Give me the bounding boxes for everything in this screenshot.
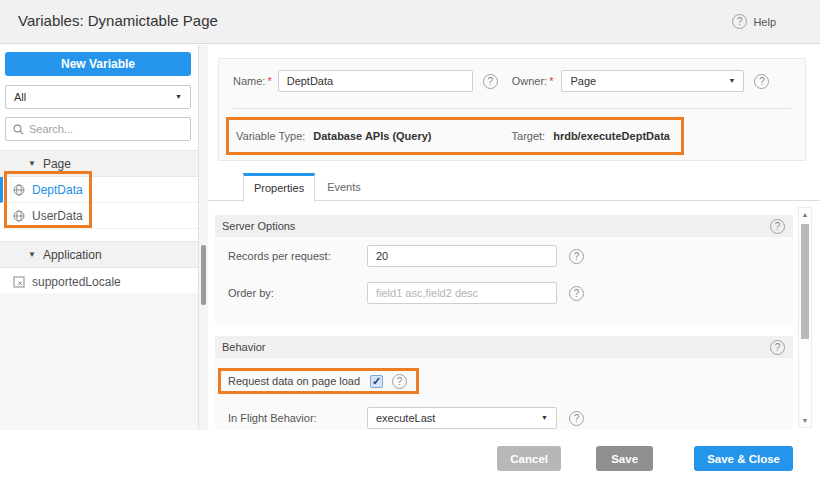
variable-detail-panel: Name: * ? Owner: * Page ▼ ? Variable Typ… <box>208 45 820 430</box>
owner-selected-value: Page <box>570 75 596 87</box>
caret-down-icon: ▼ <box>28 250 36 259</box>
variables-tree: ▼ Page DeptData UserData ▼ Application <box>0 150 198 296</box>
owner-help-icon[interactable]: ? <box>754 74 769 89</box>
server-options-section: Server Options ? Records per request: ? … <box>215 215 793 325</box>
variable-type-value: Database APIs (Query) <box>313 130 431 142</box>
properties-tab-content: Server Options ? Records per request: ? … <box>215 202 793 430</box>
in-flight-help-icon[interactable]: ? <box>569 411 584 426</box>
tree-item-label: supportedLocale <box>32 275 121 289</box>
name-help-icon[interactable]: ? <box>483 74 498 89</box>
target-label: Target: <box>512 130 546 142</box>
order-by-field[interactable] <box>367 282 557 304</box>
sidebar-empty-area <box>0 293 198 430</box>
request-on-page-load-checkbox[interactable]: ✓ <box>370 375 383 388</box>
variable-summary-card: Name: * ? Owner: * Page ▼ ? Variable Typ… <box>218 58 806 161</box>
dialog-footer: Cancel Save Save & Close <box>0 430 820 488</box>
search-icon <box>13 124 24 135</box>
divider <box>233 108 791 109</box>
tab-properties[interactable]: Properties <box>243 173 315 202</box>
help-button[interactable]: ? Help <box>732 14 776 29</box>
save-button[interactable]: Save <box>596 446 653 471</box>
tree-spacer <box>0 229 198 241</box>
scroll-down-icon[interactable]: ▼ <box>799 417 811 424</box>
help-icon: ? <box>732 14 747 29</box>
service-variable-icon <box>13 210 25 222</box>
content-scrollbar[interactable]: ▲ ▼ <box>798 207 812 428</box>
behavior-section: Behavior ? Request data on page load ✓ ?… <box>215 336 793 436</box>
in-flight-selected-value: executeLast <box>376 412 435 424</box>
cancel-button[interactable]: Cancel <box>497 446 561 471</box>
page-title: Variables: Dynamictable Page <box>18 12 218 29</box>
variable-filter-select[interactable]: All ▼ <box>5 85 191 109</box>
owner-select[interactable]: Page ▼ <box>561 70 744 92</box>
sidebar-item-userdata[interactable]: UserData <box>0 203 198 229</box>
tree-group-page[interactable]: ▼ Page <box>0 150 198 177</box>
request-on-load-help-icon[interactable]: ? <box>392 374 407 389</box>
records-per-request-label: Records per request: <box>228 250 367 262</box>
annotation-highlight-box: Request data on page load ✓ ? <box>218 368 419 394</box>
in-flight-behavior-select[interactable]: executeLast ▼ <box>367 407 557 429</box>
section-title: Behavior <box>222 341 265 353</box>
section-help-icon[interactable]: ? <box>770 219 785 234</box>
order-by-help-icon[interactable]: ? <box>569 286 584 301</box>
check-icon: ✓ <box>372 375 381 387</box>
records-help-icon[interactable]: ? <box>569 249 584 264</box>
model-variable-icon <box>13 276 25 288</box>
variables-dialog: Variables: Dynamictable Page ? Help New … <box>0 0 820 488</box>
content-scrollbar-thumb[interactable] <box>801 224 809 339</box>
request-on-page-load-label: Request data on page load <box>228 375 360 387</box>
filter-selected-value: All <box>14 91 26 103</box>
service-variable-icon <box>13 184 25 196</box>
name-label: Name: <box>233 75 265 87</box>
name-field[interactable] <box>278 70 473 92</box>
required-marker: * <box>549 75 553 87</box>
save-and-close-button[interactable]: Save & Close <box>694 446 793 471</box>
records-per-request-field[interactable] <box>367 245 557 267</box>
owner-label: Owner: <box>512 75 547 87</box>
variables-sidebar: New Variable All ▼ ▼ Page DeptData <box>0 45 198 430</box>
tree-item-label: DeptData <box>32 183 83 197</box>
sidebar-item-supportedlocale[interactable]: supportedLocale <box>0 268 198 296</box>
variable-search <box>5 117 191 141</box>
tree-group-label: Application <box>43 248 102 262</box>
dialog-titlebar: Variables: Dynamictable Page ? Help <box>0 0 820 44</box>
search-input[interactable] <box>29 123 183 135</box>
tree-group-application[interactable]: ▼ Application <box>0 241 198 268</box>
chevron-down-icon: ▼ <box>175 86 182 108</box>
section-title: Server Options <box>222 220 295 232</box>
order-by-label: Order by: <box>228 287 367 299</box>
detail-tabbar: Properties Events <box>208 172 820 201</box>
caret-down-icon: ▼ <box>28 159 36 168</box>
variable-type-label: Variable Type: <box>236 130 305 142</box>
tree-group-label: Page <box>43 157 71 171</box>
tab-events[interactable]: Events <box>315 174 373 201</box>
target-value: hrdb/executeDeptData <box>553 130 670 142</box>
sidebar-item-deptdata[interactable]: DeptData <box>0 177 198 203</box>
tree-item-label: UserData <box>32 209 83 223</box>
in-flight-behavior-label: In Flight Behavior: <box>228 412 367 424</box>
sidebar-scrollbar[interactable] <box>198 45 208 430</box>
annotation-highlight-box: Variable Type: Database APIs (Query) Tar… <box>226 117 684 155</box>
scroll-up-icon[interactable]: ▲ <box>799 211 811 218</box>
help-label: Help <box>753 16 776 28</box>
chevron-down-icon: ▼ <box>729 71 736 91</box>
required-marker: * <box>267 75 271 87</box>
new-variable-button[interactable]: New Variable <box>5 52 191 76</box>
section-help-icon[interactable]: ? <box>770 340 785 355</box>
sidebar-scrollbar-thumb[interactable] <box>201 245 206 305</box>
chevron-down-icon: ▼ <box>541 408 548 428</box>
